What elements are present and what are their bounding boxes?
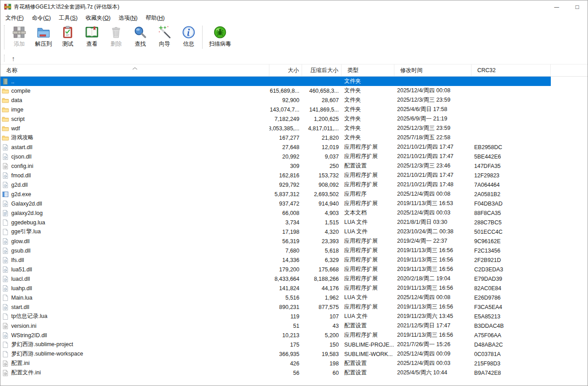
cell-modified: 2025/12/3/周三 23:59 [394,124,471,133]
table-row[interactable]: ggedebug.lua3,7341,515LUA 文件2021/8/1/周日 … [0,218,551,227]
toolbar-button-1[interactable]: 解压到 [31,23,56,49]
cell-modified: 2019/2/4/周一 22:37 [394,236,471,246]
table-row[interactable]: version.ini5143配置设置2021/12/5/周日 17:47B3D… [0,321,551,330]
minimize-button[interactable]: — [546,0,567,13]
up-one-level-button[interactable]: ↑ [9,55,18,62]
toolbar-button-5[interactable]: 查找 [128,23,152,49]
table-row[interactable]: data92,90028,607文件夹2025/12/3/周三 23:59 [0,95,551,105]
menu-item-4[interactable]: 选项(N) [115,13,142,23]
table-row[interactable]: luacl.dll8,433,6648,188,266应用程序扩展2020/2/… [0,274,551,283]
cell-modified: 2025/12/4/周四 00:08 [394,293,471,302]
cell-packed: 8,188,266 [302,274,342,283]
table-row[interactable]: fmod.dll162,816153,732应用程序扩展2021/10/21/周… [0,171,551,180]
cell-modified: 2021/10/21/周四 17:47 [394,142,471,152]
column-header-packed[interactable]: 压缩后大小 [302,64,342,76]
toolbar-button-6[interactable]: 向导 [152,23,177,49]
cell-type: SUBLIME-WORK... [342,349,394,359]
toolbar-button-label: 扫描病毒 [209,40,231,48]
cell-size: 56,319 [269,236,302,246]
table-row[interactable]: 配置.ini426198配置设置2025/12/4/周四 00:03215F98… [0,359,551,368]
table-row[interactable]: g2d.exe5,837,3122,693,502应用程序2025/12/4/周… [0,189,551,199]
menu-item-2[interactable]: 工具(S) [55,13,82,23]
cell-packed: 877,575 [302,302,342,312]
cell-packed: 4,320 [302,227,342,236]
address-gripper[interactable] [4,55,4,62]
table-row[interactable]: script7,182,2491,200,625文件夹2025/6/9/周一 2… [0,114,551,124]
cell-type: 应用程序扩展 [342,283,394,293]
table-row[interactable]: 游戏攻略167,27721,820文件夹2025/7/18/周五 22:58 [0,133,551,142]
winrar-app-icon [4,3,11,10]
table-row[interactable]: tp信息记录.lua119107LUA 文件2019/11/23/周六 13:4… [0,312,551,321]
toolbar-gripper[interactable] [4,25,4,49]
column-header-type[interactable]: 类型 [342,64,394,76]
table-row[interactable]: compile615,689,8...460,658,3...文件夹2025/1… [0,86,551,95]
cell-size: 179,200 [269,265,302,274]
cell-packed: 21,820 [302,133,342,142]
cell-size: 27,648 [269,142,302,152]
cell-packed: 4,903 [302,208,342,218]
toolbar-button-label: 删除 [111,40,122,48]
table-row[interactable]: luahp.dll141,82444,176应用程序扩展2019/11/13/周… [0,283,551,293]
cell-modified: 2021/10/21/周四 17:47 [394,152,471,161]
cell-type: 文件夹 [342,86,394,95]
file-name: astart.dll [11,144,32,150]
table-row[interactable]: wdf8,053,385,...4,817,011,...文件夹2025/12/… [0,124,551,133]
column-header-modified[interactable]: 修改时间 [394,64,471,76]
cell-name: script [0,114,269,124]
table-row[interactable]: 梦幻西游.sublime-workspace366,93519,583SUBLI… [0,349,551,359]
table-row[interactable]: 配置文件.ini5660配置设置2025/4/5/周六 10:44B9A742E… [0,368,551,377]
table-row[interactable]: config.ini309250配置设置2025/12/3/周三 23:4614… [0,161,551,171]
menu-item-3[interactable]: 收藏夹(O) [82,13,115,23]
dll-icon [2,200,9,207]
table-row[interactable]: lfs.dll14,3366,329应用程序扩展2019/11/13/周三 16… [0,255,551,265]
table-row[interactable]: glow.dll56,31923,393应用程序扩展2019/2/4/周一 22… [0,236,551,246]
table-row[interactable]: astart.dll27,64812,019应用程序扩展2021/10/21/周… [0,142,551,152]
file-name: luacl.dll [11,276,30,282]
toolbar-button-label: 查看 [86,40,98,48]
file-name: wdf [11,125,20,132]
scan-virus-button[interactable]: 扫描病毒 [205,23,235,49]
maximize-button[interactable]: □ [567,0,588,13]
menu-item-0[interactable]: 文件(F) [1,13,28,23]
table-row[interactable]: Main.lua5,5161,962LUA 文件2025/12/4/周四 00:… [0,293,551,302]
cell-crc [471,133,551,142]
file-name: 配置.ini [11,360,30,367]
table-row[interactable]: ..文件夹 [0,77,551,86]
file-name: .. [11,78,14,85]
column-header-size[interactable]: 大小 [269,64,302,76]
cell-modified: 2021/10/21/周四 17:47 [394,171,471,180]
table-row[interactable]: WString2ID.dll10,2135,200应用程序扩展2019/11/1… [0,330,551,340]
toolbar-button-7[interactable]: 信息 [177,23,201,49]
file-icon [2,341,9,348]
table-row[interactable]: cjson.dll20,9929,037应用程序扩展2021/10/21/周四 … [0,152,551,161]
cell-size: 5,516 [269,293,302,302]
column-header-crc[interactable]: CRC32 [471,64,551,76]
cell-modified: 2025/7/18/周五 22:58 [394,133,471,142]
cell-modified: 2025/12/4/周四 00:03 [394,359,471,368]
cell-modified: 2025/6/9/周一 21:19 [394,114,471,124]
table-row[interactable]: galaxy2d.log66,0084,903文本文档2025/12/4/周四 … [0,208,551,218]
exe-icon [2,191,9,198]
file-name: gsub.dll [11,248,30,254]
cell-crc: 501ECC4C [471,227,551,236]
cell-type: 文件夹 [342,124,394,133]
toolbar-button-2[interactable]: 测试 [56,23,80,49]
menu-item-1[interactable]: 命令(C) [28,13,55,23]
cell-type: 文件夹 [342,133,394,142]
cell-packed: 175,668 [302,265,342,274]
menu-item-5[interactable]: 帮助(H) [142,13,169,23]
cell-modified: 2019/11/13/周三 16:53 [394,199,471,208]
table-row[interactable]: start.dll890,231877,575应用程序扩展2019/11/13/… [0,302,551,312]
cell-name: gge引擎.lua [0,227,269,236]
table-row[interactable]: lua51.dll179,200175,668应用程序扩展2019/11/13/… [0,265,551,274]
table-row[interactable]: 梦幻西游.sublime-project175150SUBLIME-PROJE.… [0,340,551,349]
table-row[interactable]: g2d.dll929,792908,092应用程序扩展2021/10/21/周四… [0,180,551,189]
cell-name: lfs.dll [0,255,269,265]
cell-packed: 250 [302,161,342,171]
table-row[interactable]: Galaxy2d.dll937,472914,940应用程序扩展2019/11/… [0,199,551,208]
table-row[interactable]: gge引擎.lua17,1984,320LUA 文件2023/10/24/周二 … [0,227,551,236]
toolbar-button-3[interactable]: 查看 [80,23,104,49]
cell-size [269,77,302,86]
table-row[interactable]: imge143,074,7...141,869,5...文件夹2025/4/6/… [0,105,551,114]
table-row[interactable]: gsub.dll7,6805,618应用程序扩展2019/11/13/周三 16… [0,246,551,255]
